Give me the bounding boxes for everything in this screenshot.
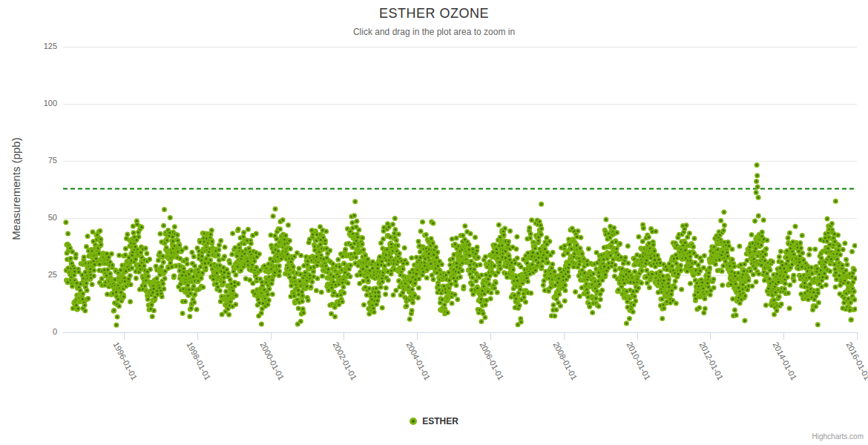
x-axis-tick-label: 2004-01-01: [405, 340, 433, 381]
plot-area[interactable]: [63, 47, 857, 332]
chart-subtitle: Click and drag in the plot area to zoom …: [0, 27, 868, 37]
x-axis-tick-label: 2008-01-01: [551, 340, 579, 381]
y-axis-tick-label: 100: [0, 99, 57, 108]
legend: ESTHER: [0, 416, 868, 426]
legend-item-esther[interactable]: ESTHER: [410, 416, 458, 426]
x-axis-tick: [857, 332, 858, 340]
x-axis-tick: [637, 332, 638, 340]
chart-title: ESTHER OZONE: [0, 6, 868, 22]
x-axis-tick: [783, 332, 784, 340]
x-axis-tick-label: 2014-01-01: [772, 340, 799, 381]
y-axis-tick-label: 0: [0, 327, 57, 337]
x-axis-tick-label: 1998-01-01: [185, 340, 212, 381]
x-axis-tick: [710, 332, 711, 340]
y-axis-title: Measurements (ppb): [10, 46, 22, 332]
x-axis-tick: [564, 332, 565, 340]
x-axis-tick-label: 2010-01-01: [625, 340, 652, 381]
highcharts-container: ESTHER OZONE Click and drag in the plot …: [0, 0, 868, 445]
x-axis-tick-label: 1996-01-01: [111, 340, 139, 381]
x-axis-tick: [271, 332, 272, 340]
x-axis-tick-label: 2016-01-01: [844, 340, 868, 381]
x-axis-tick-label: 2002-01-01: [332, 340, 359, 381]
highcharts-credit-link[interactable]: Highcharts.com: [812, 432, 864, 441]
x-axis-tick-label: 2000-01-01: [258, 340, 286, 381]
y-axis-tick-label: 25: [0, 270, 57, 280]
scatter-canvas[interactable]: [63, 47, 857, 332]
y-axis-tick-label: 125: [0, 42, 57, 51]
x-axis-tick: [343, 332, 344, 340]
x-axis-tick-label: 2012-01-01: [698, 340, 726, 381]
y-axis-tick-label: 75: [0, 156, 57, 165]
x-axis-tick: [197, 332, 198, 340]
legend-marker-icon: [410, 418, 417, 425]
x-axis-tick: [124, 332, 125, 340]
legend-label: ESTHER: [422, 416, 458, 426]
x-axis-tick: [417, 332, 418, 340]
x-axis-tick-label: 2006-01-01: [478, 340, 505, 381]
x-axis-tick: [490, 332, 491, 340]
y-axis-tick-label: 50: [0, 213, 57, 222]
